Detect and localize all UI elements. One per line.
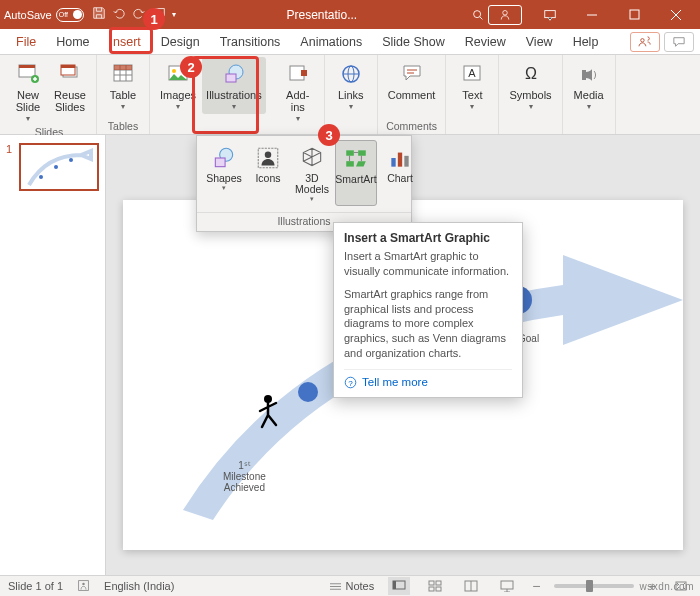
svg-rect-51: [436, 587, 441, 591]
svg-rect-47: [393, 581, 396, 589]
group-tables-label: Tables: [108, 120, 138, 134]
watermark: wsxdn.com: [639, 581, 694, 592]
thumbnail-1[interactable]: 1: [6, 143, 99, 191]
comments-button[interactable]: [664, 32, 694, 52]
svg-text:Ω: Ω: [525, 65, 537, 82]
slide-thumbnails: 1: [0, 135, 106, 575]
tab-home[interactable]: Home: [46, 29, 99, 55]
table-button[interactable]: Table ▾: [103, 57, 143, 114]
svg-rect-4: [630, 10, 639, 19]
tab-view[interactable]: View: [516, 29, 563, 55]
search-icon[interactable]: [468, 8, 488, 22]
svg-rect-39: [391, 158, 395, 167]
milestone-1-label: 1ˢᵗ Milestone Achieved: [223, 460, 266, 493]
3d-models-button[interactable]: 3D Models ▾: [291, 140, 333, 206]
tab-file[interactable]: File: [6, 29, 46, 55]
svg-point-2: [503, 10, 508, 15]
svg-rect-6: [19, 65, 35, 68]
smartart-tooltip: Insert a SmartArt Graphic Insert a Smart…: [333, 222, 523, 398]
svg-rect-41: [404, 156, 408, 167]
group-comments-label: Comments: [386, 120, 437, 134]
smartart-button[interactable]: SmartArt: [335, 140, 377, 206]
text-button[interactable]: A Text ▾: [452, 57, 492, 114]
ribbon-tabs: File Home Insert Design Transitions Anim…: [0, 29, 700, 55]
minimize-button[interactable]: [572, 0, 612, 29]
svg-rect-44: [79, 580, 89, 590]
tab-review[interactable]: Review: [455, 29, 516, 55]
chart-button[interactable]: Chart: [379, 140, 421, 206]
svg-point-25: [39, 175, 43, 179]
zoom-slider[interactable]: [554, 584, 634, 588]
ribbon: New Slide ▾ Reuse Slides Slides Table ▾ …: [0, 55, 700, 135]
reuse-slides-button[interactable]: Reuse Slides: [50, 57, 90, 116]
tooltip-line1: Insert a SmartArt graphic to visually co…: [344, 249, 512, 279]
illustrations-dropdown: Shapes ▾ Icons 3D Models ▾ SmartArt Char…: [196, 135, 412, 232]
zoom-out-icon[interactable]: −: [532, 578, 540, 594]
language-label[interactable]: English (India): [104, 580, 174, 592]
slide-counter[interactable]: Slide 1 of 1: [8, 580, 63, 592]
illustrations-button[interactable]: Illustrations ▾: [202, 57, 266, 114]
status-bar: Slide 1 of 1 English (India) Notes − +: [0, 575, 700, 596]
badge-1: 1: [143, 8, 165, 30]
tab-insert[interactable]: Insert: [100, 29, 151, 55]
svg-rect-12: [114, 65, 132, 70]
autosave-state: Off: [59, 11, 68, 18]
svg-rect-33: [215, 158, 225, 167]
sorter-view-icon[interactable]: [424, 577, 446, 595]
svg-point-35: [265, 152, 272, 159]
tab-help[interactable]: Help: [563, 29, 609, 55]
svg-rect-3: [545, 10, 556, 17]
account-button[interactable]: [488, 5, 522, 25]
svg-point-1: [474, 10, 481, 17]
svg-rect-24: [582, 70, 586, 80]
svg-rect-53: [501, 581, 513, 589]
links-button[interactable]: Links ▾: [331, 57, 371, 114]
svg-rect-10: [61, 65, 75, 68]
badge-2: 2: [180, 56, 202, 78]
svg-rect-40: [398, 153, 402, 167]
tell-me-more-link[interactable]: ? Tell me more: [344, 369, 512, 389]
tab-transitions[interactable]: Transitions: [210, 29, 291, 55]
svg-rect-37: [358, 150, 366, 155]
comment-button[interactable]: Comment: [384, 57, 440, 104]
autosave-switch[interactable]: Off: [56, 8, 84, 22]
tooltip-title: Insert a SmartArt Graphic: [344, 231, 512, 245]
svg-rect-38: [346, 161, 354, 166]
svg-point-26: [54, 165, 58, 169]
slideshow-view-icon[interactable]: [496, 577, 518, 595]
normal-view-icon[interactable]: [388, 577, 410, 595]
svg-rect-18: [301, 70, 307, 76]
reading-view-icon[interactable]: [460, 577, 482, 595]
tooltip-line2: SmartArt graphics range from graphical l…: [344, 287, 512, 361]
document-title: Presentatio...: [176, 8, 468, 22]
svg-rect-49: [436, 581, 441, 585]
icons-button[interactable]: Icons: [247, 140, 289, 206]
media-button[interactable]: Media ▾: [569, 57, 609, 114]
accessibility-icon[interactable]: [77, 579, 90, 594]
save-icon[interactable]: [92, 6, 106, 23]
tab-design[interactable]: Design: [151, 29, 210, 55]
svg-rect-50: [429, 587, 434, 591]
undo-icon[interactable]: [112, 6, 126, 23]
close-button[interactable]: [656, 0, 696, 29]
ribbon-options-icon[interactable]: [530, 0, 570, 29]
autosave-label: AutoSave: [4, 9, 52, 21]
svg-text:A: A: [469, 67, 477, 79]
svg-point-28: [298, 382, 318, 402]
new-slide-button[interactable]: New Slide ▾: [8, 57, 48, 126]
svg-rect-16: [226, 74, 236, 82]
badge-3: 3: [318, 124, 340, 146]
share-button[interactable]: [630, 32, 660, 52]
shapes-button[interactable]: Shapes ▾: [203, 140, 245, 206]
tab-animations[interactable]: Animations: [290, 29, 372, 55]
notes-button[interactable]: Notes: [329, 580, 374, 592]
symbols-button[interactable]: Ω Symbols ▾: [505, 57, 555, 114]
svg-rect-48: [429, 581, 434, 585]
svg-rect-36: [346, 150, 354, 155]
addins-button[interactable]: Add- ins ▾: [278, 57, 318, 126]
maximize-button[interactable]: [614, 0, 654, 29]
svg-point-45: [82, 582, 84, 584]
svg-point-14: [172, 69, 176, 73]
autosave-toggle[interactable]: AutoSave Off: [4, 8, 84, 22]
tab-slideshow[interactable]: Slide Show: [372, 29, 455, 55]
